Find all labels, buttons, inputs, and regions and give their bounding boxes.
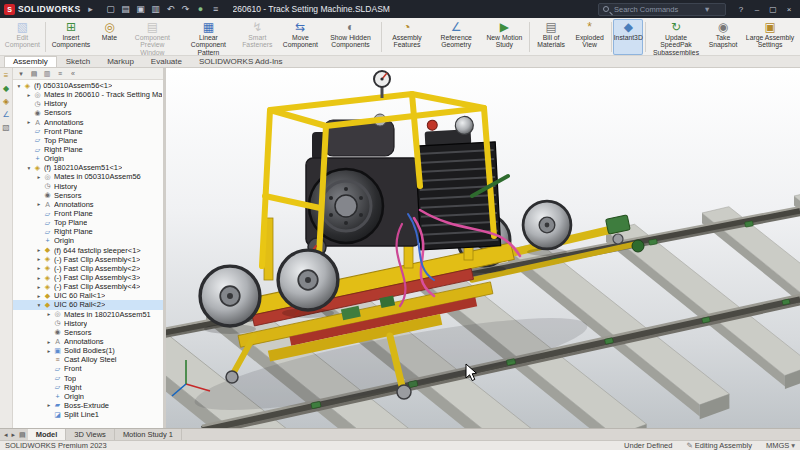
help-button[interactable]: ? (734, 2, 748, 16)
expander-icon[interactable]: ▸ (35, 201, 43, 207)
ribbon-button-mate[interactable]: ◎Mate (94, 19, 124, 55)
tree-item[interactable]: ▸AAnnotations (13, 200, 163, 209)
featuremanager-tab-icon[interactable]: ≡ (1, 70, 12, 81)
tree-item[interactable]: ◷History (13, 319, 163, 328)
tree-item[interactable]: ▸◈(-) Fast Clip Assembly<2> (13, 264, 163, 273)
tab-solidworks-add-ins[interactable]: SOLIDWORKS Add-Ins (191, 57, 291, 67)
model-tab-model[interactable]: Model (28, 429, 67, 440)
tree-item[interactable]: ▾◈(f) 050310Assem56<1> (13, 81, 163, 90)
ribbon-button-show-hidden-components[interactable]: ◐Show Hidden Components (323, 19, 379, 55)
expander-icon[interactable]: ▸ (35, 256, 43, 262)
propertymanager-tab-icon[interactable]: ◆ (1, 83, 12, 94)
command-search[interactable]: ▾ (598, 3, 726, 16)
ribbon-button-large-assembly-settings[interactable]: ▣Large Assembly Settings (742, 19, 798, 55)
tree-item[interactable]: ▱Front (13, 364, 163, 373)
graphics-viewport[interactable] (166, 68, 800, 428)
tree-item[interactable]: ◉Sensors (13, 328, 163, 337)
tab-sketch[interactable]: Sketch (58, 57, 98, 67)
expander-icon[interactable]: ▸ (35, 284, 43, 290)
ribbon-button-new-motion-study[interactable]: ▶New Motion Study (482, 19, 527, 55)
ribbon-button-reference-geometry[interactable]: ∠Reference Geometry (431, 19, 482, 55)
model-tab-3d-views[interactable]: 3D Views (66, 429, 115, 440)
ribbon-button-take-snapshot[interactable]: ◉Take Snapshot (704, 19, 742, 55)
redo-icon[interactable]: ↷ (179, 2, 193, 16)
print-icon[interactable]: ▥ (149, 2, 163, 16)
tab-markup[interactable]: Markup (99, 57, 142, 67)
search-dropdown-icon[interactable]: ▾ (705, 4, 709, 14)
tree-item[interactable]: +Origin (13, 236, 163, 245)
save-icon[interactable]: ▣ (134, 2, 148, 16)
rebuild-icon[interactable]: ● (194, 2, 208, 16)
settings-icon[interactable]: ≡ (209, 2, 223, 16)
displaymanager-tab-icon[interactable]: ▧ (1, 122, 12, 133)
expander-icon[interactable]: ▸ (45, 402, 53, 408)
tab-assembly[interactable]: Assembly (4, 56, 57, 67)
tree-item[interactable]: ▸▰Boss-Extrude (13, 401, 163, 410)
tree-item[interactable]: ◉Sensors (13, 108, 163, 117)
tree-item[interactable]: ◷History (13, 182, 163, 191)
tree-item[interactable]: ▱Top Plane (13, 136, 163, 145)
tab-scroll-right-icon[interactable]: ▸ (10, 429, 18, 440)
tree-item[interactable]: ▸◎Mates in 260610 - Track Setting Ma (13, 90, 163, 99)
file-new-icon[interactable]: ▢ (104, 2, 118, 16)
expander-icon[interactable]: ▾ (35, 302, 43, 308)
tree-item[interactable]: +Origin (13, 154, 163, 163)
tree-item[interactable]: ▱Right Plane (13, 145, 163, 154)
expander-icon[interactable]: ▾ (25, 165, 33, 171)
tree-display-icon[interactable]: ▤ (29, 70, 39, 78)
model-tab-list-icon[interactable]: ▤ (17, 429, 28, 440)
expander-icon[interactable]: ▸ (45, 339, 53, 345)
tree-item[interactable]: ▸▣Solid Bodies(1) (13, 346, 163, 355)
ribbon-button-update-speedpak-subassemblies[interactable]: ↻Update SpeedPak Subassemblies (648, 19, 704, 55)
tab-evaluate[interactable]: Evaluate (143, 57, 190, 67)
tree-item[interactable]: ▾◆UIC 60 Rail<2> (13, 300, 163, 309)
tree-item[interactable]: ▸◎Mates in 180210Assem51 (13, 310, 163, 319)
solidworks-logo[interactable]: S SOLIDWORKS ▸ (4, 2, 98, 16)
tree-item[interactable]: ≡Cast Alloy Steel (13, 355, 163, 364)
expander-icon[interactable]: ▾ (15, 83, 23, 89)
ribbon-button-bill-of-materials[interactable]: ▤Bill of Materials (532, 19, 571, 55)
expander-icon[interactable]: ▸ (45, 311, 53, 317)
menu-arrow-icon[interactable]: ▸ (84, 2, 98, 16)
ribbon-button-move-component[interactable]: ⇆Move Component (278, 19, 322, 55)
tree-filter-icon[interactable]: ▾ (16, 70, 26, 78)
tree-item[interactable]: ▸◆UIC 60 Rail<1> (13, 291, 163, 300)
tree-item[interactable]: ▱Right Plane (13, 227, 163, 236)
tree-item[interactable]: ◪Split Line1 (13, 410, 163, 419)
tree-item[interactable]: ▾◈(f) 180210Assem51<1> (13, 163, 163, 172)
expander-icon[interactable]: ▸ (35, 174, 43, 180)
tree-item[interactable]: ▸◈(-) Fast Clip Assembly<4> (13, 282, 163, 291)
tree-item[interactable]: ▱Right (13, 383, 163, 392)
tree-item[interactable]: ▸AAnnotations (13, 337, 163, 346)
ribbon-button-assembly-features[interactable]: ◔Assembly Features (383, 19, 430, 55)
tree-item[interactable]: ◷History (13, 99, 163, 108)
maximize-button[interactable]: ▢ (766, 2, 780, 16)
tree-item[interactable]: ▸◎Mates in 050310Assem56 (13, 172, 163, 181)
pin-icon[interactable]: « (68, 70, 78, 77)
expander-icon[interactable]: ▸ (25, 92, 33, 98)
expand-collapse-icon[interactable]: ▥ (42, 70, 52, 78)
tree-item[interactable]: ▸◈(-) Fast Clip Assembly<3> (13, 273, 163, 282)
tree-item[interactable]: ▱Front Plane (13, 209, 163, 218)
tree-item[interactable]: ▱Top Plane (13, 218, 163, 227)
minimize-button[interactable]: – (750, 2, 764, 16)
ribbon-button-linear-component-pattern[interactable]: ▦Linear Component Pattern (180, 19, 236, 55)
ribbon-button-insert-components[interactable]: ⊞Insert Components (47, 19, 94, 55)
tree-item[interactable]: ▸◈(-) Fast Clip Assembly<1> (13, 255, 163, 264)
search-input[interactable] (612, 4, 702, 15)
tab-scroll-left-icon[interactable]: ◂ (2, 429, 10, 440)
tree-item[interactable]: ▱Front Plane (13, 127, 163, 136)
expander-icon[interactable]: ▸ (25, 119, 33, 125)
undo-icon[interactable]: ↶ (164, 2, 178, 16)
expander-icon[interactable]: ▸ (35, 247, 43, 253)
dimxpertmanager-tab-icon[interactable]: ∠ (1, 109, 12, 120)
tree-options-icon[interactable]: ≡ (55, 70, 65, 77)
tree-item[interactable]: ▸◆(f) 644 fastclip sleeper<1> (13, 246, 163, 255)
model-tab-motion-study-1[interactable]: Motion Study 1 (115, 429, 182, 440)
tree-item[interactable]: ◉Sensors (13, 191, 163, 200)
tree-item[interactable]: +Origin (13, 392, 163, 401)
tree-item[interactable]: ▸AAnnotations (13, 118, 163, 127)
open-icon[interactable]: ▤ (119, 2, 133, 16)
configurationmanager-tab-icon[interactable]: ◈ (1, 96, 12, 107)
expander-icon[interactable]: ▸ (45, 348, 53, 354)
